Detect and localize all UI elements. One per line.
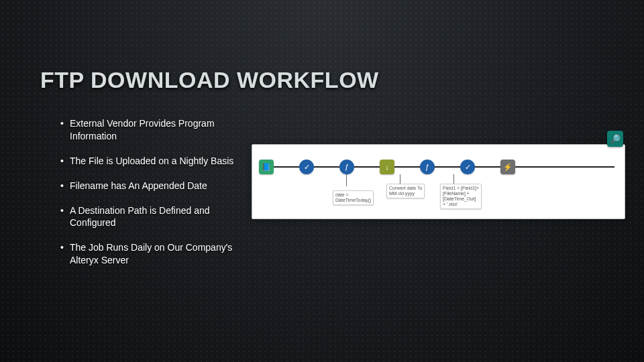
dynamic-rename-tool-icon: ⚡ bbox=[500, 160, 515, 174]
bullet-item: The Job Runs Daily on Our Company's Alte… bbox=[60, 241, 255, 267]
download-tool-icon: ↓ bbox=[380, 160, 394, 174]
connector-line bbox=[511, 166, 614, 168]
bullet-item: The File is Uploaded on a Nightly Basis bbox=[60, 155, 255, 168]
annotation-leader bbox=[346, 174, 347, 186]
bullet-item: A Destination Path is Defined and Config… bbox=[60, 204, 255, 230]
workflow-canvas: 📘✓ƒ↓ƒ✓⚡ date = DateTimeToday()Convert da… bbox=[252, 145, 625, 219]
text-body: External Vendor Provides Program Informa… bbox=[60, 117, 255, 279]
annot-field: Field1 = [Field1]+ [FileName] + [DateTim… bbox=[440, 184, 482, 209]
bullet-item: External Vendor Provides Program Informa… bbox=[60, 117, 255, 143]
binoculars-icon: 🔎 bbox=[610, 134, 621, 144]
annot-date: date = DateTimeToday() bbox=[333, 190, 374, 205]
bullet-item: Filename has An Appended Date bbox=[60, 180, 255, 192]
formula-1-tool-icon: ƒ bbox=[339, 160, 354, 174]
select-2-tool-icon: ✓ bbox=[460, 160, 475, 174]
slide: FTP DOWNLOAD WORKFLOW External Vendor Pr… bbox=[0, 0, 644, 362]
slide-title: FTP DOWNLOAD WORKFLOW bbox=[40, 67, 604, 93]
bullet-list: External Vendor Provides Program Informa… bbox=[60, 117, 255, 267]
select-tool-icon: ✓ bbox=[299, 160, 314, 174]
workflow-screenshot: 📘✓ƒ↓ƒ✓⚡ date = DateTimeToday()Convert da… bbox=[252, 144, 625, 219]
formula-2-tool-icon: ƒ bbox=[420, 160, 435, 174]
find-replace-tool-icon: 🔎 bbox=[607, 131, 623, 147]
text-input-tool-icon: 📘 bbox=[259, 160, 274, 174]
annot-convert: Convert date To MM-dd-yyyy bbox=[386, 184, 425, 198]
